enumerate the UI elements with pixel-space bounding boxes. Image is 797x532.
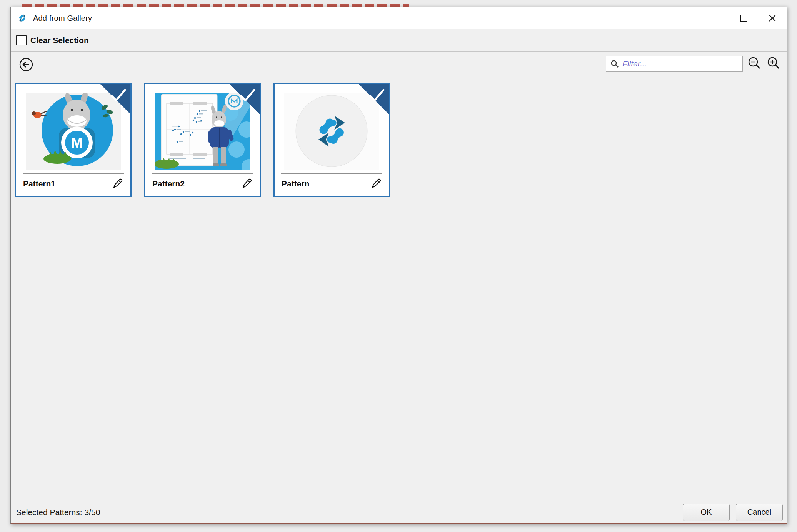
clear-selection-label: Clear Selection <box>30 36 89 45</box>
card-divider <box>281 173 382 174</box>
clear-selection-checkbox[interactable] <box>16 35 27 45</box>
checkmark-icon <box>239 88 257 103</box>
pattern-label: Pattern <box>282 179 309 188</box>
gallery-panel: M Pattern1 <box>11 52 787 501</box>
pattern-card-pattern1[interactable]: M Pattern1 <box>15 83 132 197</box>
add-from-gallery-dialog: Add from Gallery Clear Selection <box>10 7 787 524</box>
card-footer: Pattern2 <box>152 175 253 192</box>
title-bar: Add from Gallery <box>11 7 787 29</box>
pattern-card-pattern[interactable]: Pattern <box>273 83 390 197</box>
zoom-out-button[interactable] <box>747 56 762 71</box>
footer-buttons: OK Cancel <box>683 504 783 521</box>
edit-pattern-button[interactable] <box>240 177 253 191</box>
svg-text:M: M <box>71 135 83 151</box>
zoom-in-button[interactable] <box>766 56 781 71</box>
edit-pattern-button[interactable] <box>110 177 124 191</box>
filter-input[interactable] <box>622 59 739 68</box>
pattern-card-grid: M Pattern1 <box>15 83 390 197</box>
card-footer: Pattern <box>282 175 383 192</box>
checkmark-icon <box>368 88 386 103</box>
card-divider <box>152 173 253 174</box>
cancel-button[interactable]: Cancel <box>736 504 783 521</box>
pattern-card-pattern2[interactable]: Pattern2 <box>144 83 261 197</box>
dialog-footer: Selected Patterns: 3/50 OK Cancel <box>11 501 787 523</box>
filter-box <box>606 56 743 72</box>
window-controls <box>701 7 787 29</box>
close-button[interactable] <box>758 7 787 29</box>
selection-bar: Clear Selection <box>11 29 787 52</box>
pattern-label: Pattern1 <box>23 179 55 188</box>
card-divider <box>23 173 124 174</box>
window-title: Add from Gallery <box>33 14 92 23</box>
filter-toolbar <box>606 56 781 72</box>
back-button[interactable] <box>18 57 34 72</box>
pattern-label: Pattern2 <box>152 179 185 188</box>
ok-button[interactable]: OK <box>683 504 730 521</box>
maximize-button[interactable] <box>730 7 758 29</box>
card-footer: Pattern1 <box>23 175 124 192</box>
pattern-sync-icon <box>17 13 28 23</box>
search-icon <box>610 59 619 68</box>
minimize-button[interactable] <box>701 7 730 29</box>
selected-count-status: Selected Patterns: 3/50 <box>16 508 100 517</box>
checkmark-icon <box>110 88 127 103</box>
edit-pattern-button[interactable] <box>369 177 383 191</box>
whiteboard-chart <box>161 94 217 166</box>
